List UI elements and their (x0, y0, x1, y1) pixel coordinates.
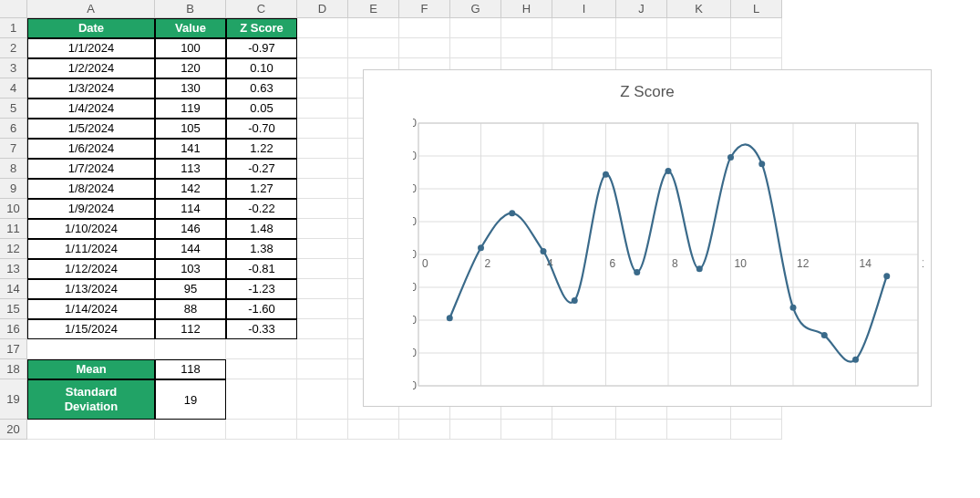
cell-D15[interactable] (297, 299, 348, 319)
cell-A17[interactable] (27, 339, 155, 359)
cell-date-1[interactable]: 1/1/2024 (27, 38, 155, 58)
row-header-15[interactable]: 15 (0, 299, 27, 319)
header-date[interactable]: Date (27, 18, 155, 38)
cell-value-10[interactable]: 146 (155, 219, 226, 239)
cell-E1[interactable] (348, 18, 399, 38)
row-header-6[interactable]: 6 (0, 119, 27, 139)
row-header-17[interactable]: 17 (0, 339, 27, 359)
cell-zscore-3[interactable]: 0.63 (226, 78, 297, 99)
cell-date-15[interactable]: 1/15/2024 (27, 319, 155, 339)
cell-D10[interactable] (297, 199, 348, 219)
cell-value-13[interactable]: 95 (155, 279, 226, 299)
cell-zscore-4[interactable]: 0.05 (226, 99, 297, 119)
cell-D6[interactable] (297, 119, 348, 139)
cell-zscore-15[interactable]: -0.33 (226, 319, 297, 339)
cell-zscore-2[interactable]: 0.10 (226, 58, 297, 78)
cell-zscore-1[interactable]: -0.97 (226, 38, 297, 58)
cell-value-14[interactable]: 88 (155, 299, 226, 319)
cell-date-13[interactable]: 1/13/2024 (27, 279, 155, 299)
cell-E20[interactable] (348, 420, 399, 440)
cell-zscore-5[interactable]: -0.70 (226, 119, 297, 139)
row-header-13[interactable]: 13 (0, 259, 27, 279)
row-header-1[interactable]: 1 (0, 18, 27, 38)
cell-zscore-9[interactable]: -0.22 (226, 199, 297, 219)
header-zscore[interactable]: Z Score (226, 18, 297, 38)
cell-I2[interactable] (552, 38, 616, 58)
row-header-20[interactable]: 20 (0, 420, 27, 440)
cell-D12[interactable] (297, 239, 348, 259)
cell-value-2[interactable]: 120 (155, 58, 226, 78)
summary-std-label[interactable]: StandardDeviation (27, 379, 155, 420)
cell-value-1[interactable]: 100 (155, 38, 226, 58)
column-header-K[interactable]: K (667, 0, 731, 18)
cell-date-7[interactable]: 1/7/2024 (27, 159, 155, 179)
cell-J20[interactable] (616, 420, 667, 440)
cell-D3[interactable] (297, 58, 348, 78)
cell-G1[interactable] (450, 18, 501, 38)
cell-value-6[interactable]: 141 (155, 139, 226, 159)
row-header-11[interactable]: 11 (0, 219, 27, 239)
column-header-A[interactable]: A (27, 0, 155, 18)
row-header-5[interactable]: 5 (0, 99, 27, 119)
column-header-J[interactable]: J (616, 0, 667, 18)
cell-D19[interactable] (297, 379, 348, 420)
column-header-E[interactable]: E (348, 0, 399, 18)
cell-zscore-12[interactable]: -0.81 (226, 259, 297, 279)
row-header-7[interactable]: 7 (0, 139, 27, 159)
cell-date-6[interactable]: 1/6/2024 (27, 139, 155, 159)
cell-date-3[interactable]: 1/3/2024 (27, 78, 155, 99)
cell-date-14[interactable]: 1/14/2024 (27, 299, 155, 319)
cell-C18[interactable] (226, 359, 297, 379)
cell-A20[interactable] (27, 420, 155, 440)
cell-D4[interactable] (297, 78, 348, 99)
cell-value-9[interactable]: 114 (155, 199, 226, 219)
cell-date-10[interactable]: 1/10/2024 (27, 219, 155, 239)
column-header-G[interactable]: G (450, 0, 501, 18)
row-header-14[interactable]: 14 (0, 279, 27, 299)
cell-zscore-14[interactable]: -1.60 (226, 299, 297, 319)
cell-F1[interactable] (399, 18, 450, 38)
row-header-9[interactable]: 9 (0, 179, 27, 199)
cell-D11[interactable] (297, 219, 348, 239)
cell-D9[interactable] (297, 179, 348, 199)
cell-value-4[interactable]: 119 (155, 99, 226, 119)
row-header-12[interactable]: 12 (0, 239, 27, 259)
cell-J2[interactable] (616, 38, 667, 58)
row-header-3[interactable]: 3 (0, 58, 27, 78)
row-header-10[interactable]: 10 (0, 199, 27, 219)
row-header-4[interactable]: 4 (0, 78, 27, 99)
cell-value-7[interactable]: 113 (155, 159, 226, 179)
select-all-corner[interactable] (0, 0, 27, 18)
column-header-B[interactable]: B (155, 0, 226, 18)
row-header-8[interactable]: 8 (0, 159, 27, 179)
row-header-19[interactable]: 19 (0, 379, 27, 420)
cell-H1[interactable] (501, 18, 552, 38)
cell-date-9[interactable]: 1/9/2024 (27, 199, 155, 219)
cell-D8[interactable] (297, 159, 348, 179)
spreadsheet-grid[interactable]: ABCDEFGHIJKL 123456789101112131415161718… (0, 0, 980, 498)
column-header-H[interactable]: H (501, 0, 552, 18)
cell-date-2[interactable]: 1/2/2024 (27, 58, 155, 78)
cell-value-5[interactable]: 105 (155, 119, 226, 139)
cell-D18[interactable] (297, 359, 348, 379)
column-header-L[interactable]: L (731, 0, 782, 18)
summary-mean-label[interactable]: Mean (27, 359, 155, 379)
cell-value-11[interactable]: 144 (155, 239, 226, 259)
cell-zscore-6[interactable]: 1.22 (226, 139, 297, 159)
cell-I20[interactable] (552, 420, 616, 440)
cell-D20[interactable] (297, 420, 348, 440)
cell-date-4[interactable]: 1/4/2024 (27, 99, 155, 119)
cell-G2[interactable] (450, 38, 501, 58)
cell-L20[interactable] (731, 420, 782, 440)
cell-zscore-7[interactable]: -0.27 (226, 159, 297, 179)
cell-G20[interactable] (450, 420, 501, 440)
cell-value-12[interactable]: 103 (155, 259, 226, 279)
column-header-C[interactable]: C (226, 0, 297, 18)
cell-H2[interactable] (501, 38, 552, 58)
cell-C19[interactable] (226, 379, 297, 420)
cell-D2[interactable] (297, 38, 348, 58)
column-header-D[interactable]: D (297, 0, 348, 18)
cell-F20[interactable] (399, 420, 450, 440)
cell-D14[interactable] (297, 279, 348, 299)
summary-mean-value[interactable]: 118 (155, 359, 226, 379)
